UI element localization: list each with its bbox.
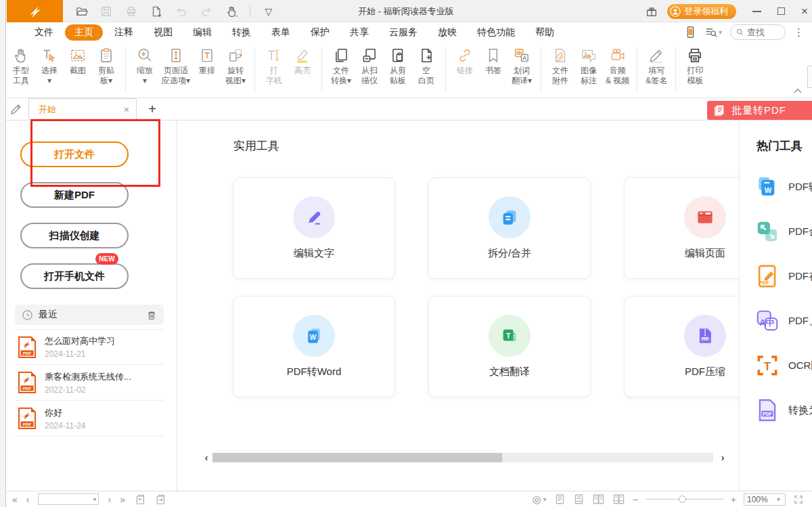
single-page-view-icon[interactable] xyxy=(554,493,566,505)
ribbon-image-annotation[interactable]: 图像 标注 xyxy=(575,45,602,86)
zoom-caret-icon[interactable]: ▾ xyxy=(777,495,780,503)
open-file-button[interactable]: 打开文件 xyxy=(20,141,129,167)
fullscreen-icon[interactable] xyxy=(793,494,804,505)
collapsed-panel-tab[interactable] xyxy=(807,66,812,88)
ribbon-audio-video[interactable]: 音频 & 视频 xyxy=(604,45,631,86)
ribbon-clipboard[interactable]: 剪贴 板▾ xyxy=(93,45,120,86)
ribbon-snapshot[interactable]: 截图 xyxy=(64,45,91,86)
login-button[interactable]: 登录领福利 xyxy=(667,4,736,19)
scrollbar-track[interactable] xyxy=(212,453,713,462)
menu-features[interactable]: 特色功能 xyxy=(467,24,525,41)
gift-icon[interactable] xyxy=(646,5,658,18)
zoom-level-input[interactable] xyxy=(747,495,774,504)
menu-comment[interactable]: 注释 xyxy=(104,24,143,41)
card-edit-page[interactable]: 编辑页面 xyxy=(624,177,739,279)
ribbon-hand-tool[interactable]: 手型 工具 xyxy=(7,45,35,86)
scroll-right-icon[interactable]: › xyxy=(713,452,732,462)
scanner-create-button[interactable]: 扫描仪创建 xyxy=(20,223,129,248)
facing-view-icon[interactable] xyxy=(592,493,605,505)
more-options-icon[interactable]: ⋮ xyxy=(794,26,804,39)
facing-continuous-view-icon[interactable] xyxy=(612,493,625,505)
scrollbar-thumb[interactable] xyxy=(212,453,502,462)
menu-cloud[interactable]: 云服务 xyxy=(379,24,428,41)
recent-file-item[interactable]: PDF 怎么面对高中学习 2024-11-21 xyxy=(15,329,164,365)
zoom-out-icon[interactable]: − xyxy=(633,494,638,505)
card-edit-text[interactable]: 编辑文字 xyxy=(233,177,395,279)
menu-edit[interactable]: 编辑 xyxy=(183,24,222,41)
ribbon-page-fit[interactable]: 页面适 应选项▾ xyxy=(160,45,192,86)
open-folder-icon[interactable] xyxy=(74,5,88,18)
ribbon-select[interactable]: 选择 ▾ xyxy=(36,45,63,86)
hand-pointer-icon[interactable] xyxy=(225,5,238,18)
popular-pdf-to-word[interactable]: W PDF转 xyxy=(754,173,812,200)
page-number-input[interactable]: ▾ xyxy=(38,493,99,505)
new-document-icon[interactable] xyxy=(150,5,163,18)
ribbon-rotate-view[interactable]: 旋转 视图▾ xyxy=(222,45,249,86)
ribbon-reflow[interactable]: 重排 xyxy=(194,45,221,86)
menu-share[interactable]: 共享 xyxy=(340,24,379,41)
zoom-level-box[interactable]: ▾ xyxy=(744,493,786,506)
horizontal-scrollbar[interactable]: ‹ › xyxy=(200,452,732,462)
card-pdf-to-word[interactable]: W PDF转Word xyxy=(233,296,395,397)
maximize-button[interactable] xyxy=(777,7,785,15)
card-split-merge[interactable]: 拆分/合并 xyxy=(428,177,591,279)
popular-pdf-translate[interactable]: A中 PDF、 xyxy=(754,307,812,334)
zoom-slider-knob[interactable] xyxy=(679,495,686,503)
first-page-icon[interactable]: « xyxy=(12,494,18,505)
ribbon-bookmark[interactable]: 书签 xyxy=(480,45,507,86)
menu-convert[interactable]: 转换 xyxy=(222,24,261,41)
zoom-in-icon[interactable]: + xyxy=(731,494,736,505)
mobile-phone-icon[interactable] xyxy=(685,26,696,39)
ribbon-convert-files[interactable]: 文件 转换▾ xyxy=(328,45,355,86)
menu-protect[interactable]: 保护 xyxy=(300,24,340,41)
prev-page-icon[interactable]: ‹ xyxy=(26,494,30,505)
menu-form[interactable]: 表单 xyxy=(261,24,300,41)
search-box[interactable] xyxy=(730,24,786,40)
previous-view-icon[interactable] xyxy=(134,493,145,505)
zoom-slider[interactable] xyxy=(646,495,723,504)
ribbon-collapse-icon[interactable] xyxy=(793,88,803,94)
card-pdf-compress[interactable]: PDF PDF压缩 xyxy=(624,296,739,397)
tab-start[interactable]: 开始 × xyxy=(28,98,137,120)
customize-quickbar-icon[interactable]: ▽ xyxy=(262,5,275,18)
ribbon-file-attachment[interactable]: 文件 附件 xyxy=(547,45,574,86)
ribbon-print-template[interactable]: 打印 模板 xyxy=(681,45,708,86)
open-mobile-file-button[interactable]: 打开手机文件 xyxy=(20,263,129,289)
search-input[interactable] xyxy=(747,27,780,37)
popular-pdf-online[interactable]: PDF PDF在 xyxy=(754,263,812,290)
continuous-view-icon[interactable] xyxy=(573,493,585,505)
ribbon-from-scanner[interactable]: 从扫 描仪 xyxy=(356,45,383,86)
new-tab-button[interactable]: + xyxy=(143,100,161,118)
foxit-logo[interactable] xyxy=(7,0,63,22)
recent-file-item[interactable]: PDF 乘客检测系统无线传... 2022-11-02 xyxy=(15,365,164,401)
menu-home[interactable]: 主页 xyxy=(65,24,103,41)
close-button[interactable]: × xyxy=(801,5,808,17)
menu-present[interactable]: 放映 xyxy=(428,24,467,41)
trash-icon[interactable] xyxy=(146,309,157,321)
menu-help[interactable]: 帮助 xyxy=(525,24,564,41)
page-input-caret-icon[interactable]: ▾ xyxy=(93,495,96,503)
ribbon-fill-sign[interactable]: 填写 &签名 xyxy=(643,45,670,86)
ribbon-from-clipboard[interactable]: 从剪 贴板 xyxy=(384,45,411,86)
rename-pencil-icon[interactable] xyxy=(9,102,23,116)
ribbon-zoom[interactable]: 缩放 ▾ xyxy=(131,45,158,86)
view-rotation-control[interactable]: ◎ ▾ xyxy=(533,493,547,506)
tab-close-icon[interactable]: × xyxy=(124,104,129,115)
menu-file[interactable]: 文件 xyxy=(24,24,64,41)
scroll-left-icon[interactable]: ‹ xyxy=(200,452,212,462)
popular-pdf-convert[interactable]: PDF合 xyxy=(754,218,812,245)
minimize-button[interactable] xyxy=(752,11,761,12)
popular-ocr[interactable]: T OCR图 xyxy=(754,352,812,379)
find-options-icon[interactable]: ▾ xyxy=(704,26,722,38)
ribbon-blank-page[interactable]: 空 白页 xyxy=(413,45,440,86)
menu-view[interactable]: 视图 xyxy=(143,24,183,41)
last-page-icon[interactable]: » xyxy=(120,494,125,505)
next-view-icon[interactable] xyxy=(154,493,166,505)
batch-convert-banner[interactable]: 批量转PDF xyxy=(707,101,812,120)
popular-convert-to[interactable]: PDF 转换为 xyxy=(754,397,812,424)
ribbon-word-translate[interactable]: 划词 翻译▾ xyxy=(508,45,535,86)
new-pdf-button[interactable]: 新建PDF xyxy=(20,182,129,208)
recent-file-item[interactable]: PDF 你好 2024-11-24 xyxy=(15,401,164,437)
card-doc-translate[interactable]: T 文档翻译 xyxy=(428,296,591,397)
next-page-icon[interactable]: › xyxy=(108,494,111,505)
